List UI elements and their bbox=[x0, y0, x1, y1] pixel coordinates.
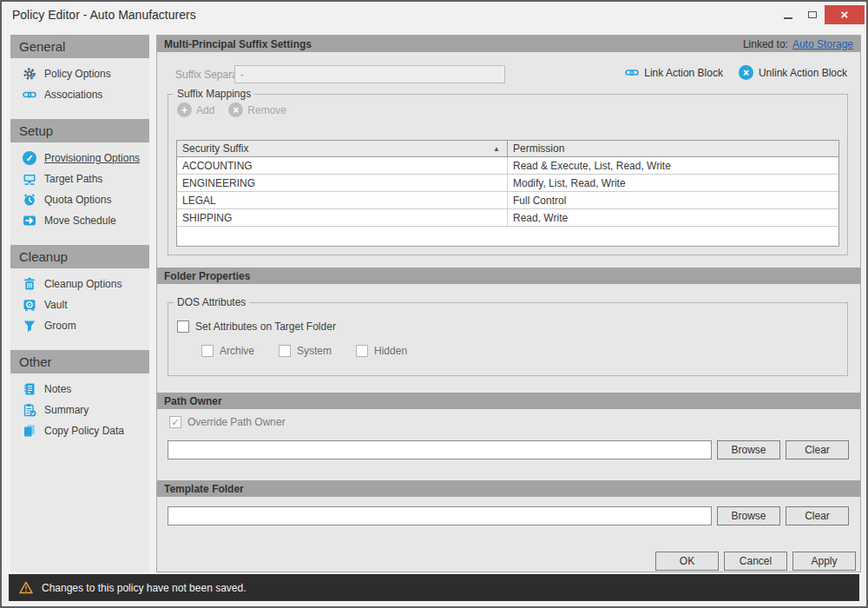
system-checkbox-row: System bbox=[279, 345, 332, 357]
dos-attributes-legend: DOS Attributes bbox=[174, 296, 249, 308]
override-path-owner-checkbox: ✓ bbox=[169, 416, 181, 428]
sidebar-header-setup: Setup bbox=[10, 119, 149, 142]
sidebar-section-setup: Setup ✓ Provisioning Options Target Path… bbox=[10, 119, 149, 231]
cell-security-suffix: LEGAL bbox=[177, 192, 508, 208]
table-row[interactable]: LEGAL Full Control bbox=[177, 192, 838, 209]
add-label: Add bbox=[196, 104, 214, 116]
linked-to-link[interactable]: Auto Storage bbox=[792, 38, 853, 50]
sidebar-item-label: Quota Options bbox=[44, 194, 111, 206]
section-header-path-owner: Path Owner bbox=[157, 393, 860, 409]
set-attributes-label: Set Attributes on Target Folder bbox=[195, 321, 336, 333]
set-attributes-checkbox[interactable] bbox=[177, 321, 189, 333]
cell-security-suffix: ACCOUNTING bbox=[177, 157, 508, 174]
sidebar-item-label: Notes bbox=[44, 383, 71, 395]
warning-icon bbox=[19, 581, 33, 595]
remove-mapping-button: × Remove bbox=[228, 102, 286, 117]
template-folder-input[interactable] bbox=[168, 506, 712, 525]
ok-button[interactable]: OK bbox=[655, 552, 719, 571]
suffix-mappings-table: Security Suffix ▲ Permission ACCOUNTING … bbox=[176, 140, 839, 247]
section-title: Template Folder bbox=[164, 483, 244, 495]
template-folder-browse-button[interactable]: Browse bbox=[717, 506, 780, 525]
sidebar-item-label: Vault bbox=[44, 299, 67, 311]
minimize-button[interactable] bbox=[776, 5, 800, 24]
mappings-toolbar: + Add × Remove bbox=[177, 102, 847, 117]
sidebar-item-label: Policy Options bbox=[44, 68, 111, 80]
sidebar-item-vault[interactable]: Vault bbox=[10, 294, 149, 315]
sidebar-item-label: Copy Policy Data bbox=[44, 425, 124, 437]
sidebar-item-policy-options[interactable]: Policy Options bbox=[10, 63, 149, 84]
sidebar-item-target-paths[interactable]: Target Paths bbox=[10, 169, 149, 189]
template-folder-clear-button[interactable]: Clear bbox=[786, 506, 849, 525]
gear-icon bbox=[23, 67, 36, 81]
policy-editor-window: Policy Editor - Auto Manufacturers × Gen… bbox=[0, 0, 868, 608]
sidebar-item-copy-policy-data[interactable]: Copy Policy Data bbox=[10, 420, 149, 441]
sidebar-section-other: Other Notes Summary Copy Policy Data bbox=[10, 350, 149, 441]
sidebar-item-label: Summary bbox=[44, 404, 89, 416]
sidebar-item-notes[interactable]: Notes bbox=[10, 379, 149, 400]
link-icon bbox=[625, 66, 639, 80]
link-action-block-button[interactable]: Link Action Block bbox=[625, 66, 723, 80]
sidebar-header-general: General bbox=[10, 35, 149, 58]
path-owner-browse-button[interactable]: Browse bbox=[717, 440, 780, 459]
archive-checkbox bbox=[201, 345, 214, 357]
trash-icon bbox=[23, 277, 36, 291]
path-owner-input[interactable] bbox=[168, 440, 712, 459]
suffix-separator-input bbox=[234, 65, 505, 83]
cell-security-suffix: SHIPPING bbox=[177, 209, 508, 226]
notes-icon bbox=[23, 382, 36, 396]
copy-icon bbox=[23, 424, 36, 438]
table-row[interactable]: ENGINEERING Modify, List, Read, Write bbox=[177, 175, 838, 192]
hidden-label: Hidden bbox=[374, 345, 407, 357]
cell-permission: Full Control bbox=[508, 192, 838, 208]
suffix-mappings-group: Suffix Mappings + Add × Remove Security … bbox=[168, 88, 848, 255]
clipboard-check-icon bbox=[23, 403, 36, 417]
circle-check-icon: ✓ bbox=[23, 151, 36, 165]
sidebar-item-label: Associations bbox=[44, 89, 102, 101]
sidebar-item-quota-options[interactable]: Quota Options bbox=[10, 189, 149, 210]
window-title: Policy Editor - Auto Manufacturers bbox=[12, 8, 196, 22]
column-header-security-suffix[interactable]: Security Suffix ▲ bbox=[177, 141, 508, 156]
apply-button[interactable]: Apply bbox=[792, 552, 856, 571]
sidebar-item-label: Target Paths bbox=[44, 173, 102, 185]
linked-to: Linked to: Auto Storage bbox=[743, 38, 853, 50]
sidebar-item-label: Groom bbox=[44, 320, 76, 332]
table-row[interactable]: SHIPPING Read, Write bbox=[177, 209, 838, 227]
sort-ascending-icon: ▲ bbox=[493, 145, 500, 153]
table-header-row: Security Suffix ▲ Permission bbox=[177, 141, 838, 157]
minimize-icon bbox=[784, 17, 792, 19]
vault-icon bbox=[23, 298, 36, 312]
path-owner-clear-button[interactable]: Clear bbox=[786, 440, 849, 459]
sidebar-item-label: Move Schedule bbox=[44, 215, 116, 227]
maximize-button[interactable] bbox=[800, 5, 825, 24]
sidebar-item-cleanup-options[interactable]: Cleanup Options bbox=[10, 274, 149, 294]
hidden-checkbox bbox=[356, 345, 368, 357]
unlink-action-block-button[interactable]: × Unlink Action Block bbox=[739, 65, 847, 80]
close-icon: × bbox=[841, 7, 849, 22]
sidebar-item-label: Provisioning Options bbox=[44, 152, 140, 164]
alarm-clock-icon bbox=[23, 193, 36, 207]
sidebar-item-groom[interactable]: Groom bbox=[10, 315, 149, 336]
sidebar-section-general: General Policy Options Associations bbox=[10, 35, 149, 105]
maximize-icon bbox=[808, 11, 817, 18]
system-checkbox bbox=[279, 345, 291, 357]
cancel-button[interactable]: Cancel bbox=[724, 552, 787, 571]
sidebar-header-cleanup: Cleanup bbox=[10, 245, 149, 268]
funnel-icon bbox=[23, 319, 36, 333]
column-header-permission[interactable]: Permission bbox=[508, 141, 838, 156]
sidebar-item-summary[interactable]: Summary bbox=[10, 400, 149, 420]
section-title: Multi-Principal Suffix Settings bbox=[164, 38, 312, 50]
remove-label: Remove bbox=[247, 104, 286, 116]
sidebar-item-move-schedule[interactable]: Move Schedule bbox=[10, 210, 149, 231]
dos-attribute-options: Archive System Hidden bbox=[201, 345, 847, 357]
override-path-owner-label: Override Path Owner bbox=[187, 416, 286, 428]
sidebar-item-associations[interactable]: Associations bbox=[10, 84, 149, 105]
section-title: Path Owner bbox=[164, 395, 222, 407]
table-row[interactable]: ACCOUNTING Read & Execute, List, Read, W… bbox=[177, 157, 838, 175]
section-header-template-folder: Template Folder bbox=[157, 480, 860, 497]
unlink-action-label: Unlink Action Block bbox=[759, 67, 847, 79]
section-title: Folder Properties bbox=[164, 270, 250, 282]
sidebar-item-provisioning-options[interactable]: ✓ Provisioning Options bbox=[10, 148, 149, 169]
unlink-icon: × bbox=[739, 65, 753, 80]
close-button[interactable]: × bbox=[825, 5, 865, 24]
status-message: Changes to this policy have not been sav… bbox=[42, 582, 247, 594]
